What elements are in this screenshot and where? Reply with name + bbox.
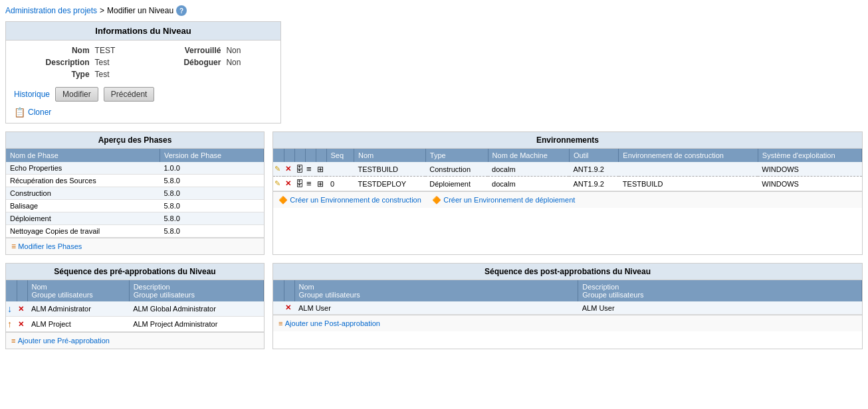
breadcrumb-link[interactable]: Administration des projets: [5, 6, 97, 15]
env-construction: [619, 162, 758, 177]
post-col-nom: NomGroupe utilisateurs: [294, 280, 578, 301]
post-col-1: [273, 280, 284, 301]
breadcrumb: Administration des projets > Modifier un…: [5, 5, 863, 16]
phase-nom: Construction: [6, 187, 160, 200]
post-approbations-table: NomGroupe utilisateurs DescriptionGroupe…: [273, 280, 862, 315]
pre-arrow-icon[interactable]: ↓: [6, 301, 17, 317]
phase-version: 5.8.0: [160, 187, 263, 200]
env-edit-icon[interactable]: ✎: [273, 162, 284, 177]
creer-deploiement-link[interactable]: Créer un Environnement de déploiement: [443, 196, 575, 204]
env-grid-icon[interactable]: ⊞: [316, 162, 326, 177]
ajouter-post-link[interactable]: Ajouter une Post-approbation: [285, 319, 380, 327]
modifier-button[interactable]: Modifier: [55, 87, 98, 102]
env-type: Déploiement: [425, 177, 488, 191]
phases-table-row: Nettoyage Copies de travail 5.8.0: [6, 225, 264, 238]
pre-approval-row: ↑ ✕ ALM Project ALM Project Administrato…: [6, 317, 264, 332]
type-label: Type: [14, 70, 90, 79]
phases-table-row: Construction 5.8.0: [6, 187, 264, 200]
nom-value: TEST: [95, 46, 147, 55]
phase-version: 5.8.0: [160, 175, 263, 187]
phases-col-version: Version de Phase: [160, 149, 263, 162]
env-os: WINDOWS: [758, 162, 861, 177]
precedent-button[interactable]: Précédent: [104, 87, 155, 102]
post-col-2: [284, 280, 294, 301]
env-col-3: [294, 149, 305, 162]
info-grid: Nom TEST Verrouillé Non Description Test…: [14, 46, 272, 79]
env-col-2: [284, 149, 294, 162]
move-down-icon[interactable]: ↓: [7, 303, 12, 314]
creer-construction-link[interactable]: Créer un Environnement de construction: [290, 196, 421, 204]
env-seq: [326, 162, 354, 177]
env-col-5: [316, 149, 326, 162]
env-col-machine: Nom de Machine: [488, 149, 569, 162]
info-actions: Historique Modifier Précédent: [14, 84, 272, 104]
env-col-env-construction: Environnement de construction: [619, 149, 758, 162]
cloner-link[interactable]: Cloner: [28, 108, 51, 117]
pre-delete-icon[interactable]: ✕: [17, 301, 27, 317]
phase-version: 5.8.0: [160, 212, 263, 225]
env-outil: ANT1.9.2: [569, 162, 618, 177]
post-desc: ALM User: [578, 301, 862, 315]
post-approval-row: ✕ ALM User ALM User: [273, 301, 862, 315]
env-table-row: ✎ ✕ 🗄 ≡ ⊞ 0 TESTDEPLOY Déploiement docal…: [273, 177, 862, 191]
help-icon[interactable]: ?: [176, 5, 187, 16]
env-delete-icon[interactable]: ✕: [284, 177, 294, 191]
env-db-icon[interactable]: 🗄: [294, 177, 305, 191]
breadcrumb-separator: >: [100, 6, 104, 15]
env-footer: 🔶 Créer un Environnement de construction…: [273, 191, 862, 208]
verrouille-value: Non: [226, 46, 272, 55]
post-nom: ALM User: [294, 301, 578, 315]
env-nom: TESTDEPLOY: [354, 177, 425, 191]
phases-table-row: Balisage 5.8.0: [6, 200, 264, 212]
pre-col-1: [6, 280, 17, 301]
pre-delete-icon[interactable]: ✕: [17, 317, 27, 332]
info-panel-title: Informations du Niveau: [6, 22, 280, 41]
post-spacer-1: [273, 301, 284, 315]
historique-link[interactable]: Historique: [14, 90, 50, 99]
phase-version: 5.8.0: [160, 225, 263, 238]
env-list-icon[interactable]: ≡: [305, 162, 316, 177]
env-grid-icon[interactable]: ⊞: [316, 177, 326, 191]
env-os: WINDOWS: [758, 177, 861, 191]
env-col-1: [273, 149, 284, 162]
env-col-nom: Nom: [354, 149, 425, 162]
phase-version: 5.8.0: [160, 200, 263, 212]
phases-table-row: Echo Properties 1.0.0: [6, 162, 264, 175]
env-list-icon[interactable]: ≡: [305, 177, 316, 191]
env-col-outil: Outil: [569, 149, 618, 162]
breadcrumb-current: Modifier un Niveau: [107, 6, 173, 15]
env-db-icon[interactable]: 🗄: [294, 162, 305, 177]
pre-col-desc: DescriptionGroupe utilisateurs: [129, 280, 263, 301]
phase-nom: Récupération des Sources: [6, 175, 160, 187]
env-col-type: Type: [425, 149, 488, 162]
env-construction: TESTBUILD: [619, 177, 758, 191]
phase-nom: Nettoyage Copies de travail: [6, 225, 160, 238]
debugger-label: Déboguer: [152, 58, 221, 67]
env-type: Construction: [425, 162, 488, 177]
env-edit-icon[interactable]: ✎: [273, 177, 284, 191]
pre-desc: ALM Global Administrator: [129, 301, 263, 317]
nom-label: Nom: [14, 46, 90, 55]
pre-nom: ALM Project: [27, 317, 129, 332]
phase-version: 1.0.0: [160, 162, 263, 175]
env-delete-icon[interactable]: ✕: [284, 162, 294, 177]
description-label: Description: [14, 58, 90, 67]
phases-footer: ≡ Modifier les Phases: [6, 238, 264, 254]
pre-col-nom: NomGroupe utilisateurs: [27, 280, 129, 301]
env-machine: docalm: [488, 162, 569, 177]
info-panel: Informations du Niveau Nom TEST Verrouil…: [5, 21, 281, 123]
phases-table-row: Récupération des Sources 5.8.0: [6, 175, 264, 187]
modifier-phases-link[interactable]: Modifier les Phases: [18, 242, 82, 250]
post-delete-icon[interactable]: ✕: [284, 301, 294, 315]
env-panel-title: Environnements: [273, 132, 862, 149]
pre-nom: ALM Administrator: [27, 301, 129, 317]
move-up-icon[interactable]: ↑: [7, 319, 12, 329]
pre-arrow-icon[interactable]: ↑: [6, 317, 17, 332]
pre-approval-row: ↓ ✕ ALM Administrator ALM Global Adminis…: [6, 301, 264, 317]
debugger-value: Non: [226, 58, 272, 67]
main-two-col: Aperçu des Phases Nom de Phase Version d…: [5, 131, 863, 255]
env-table-row: ✎ ✕ 🗄 ≡ ⊞ TESTBUILD Construction docalm …: [273, 162, 862, 177]
page-wrapper: Administration des projets > Modifier un…: [0, 0, 868, 355]
ajouter-pre-link[interactable]: Ajouter une Pré-approbation: [18, 337, 110, 345]
clone-icon: 📋: [14, 107, 25, 118]
